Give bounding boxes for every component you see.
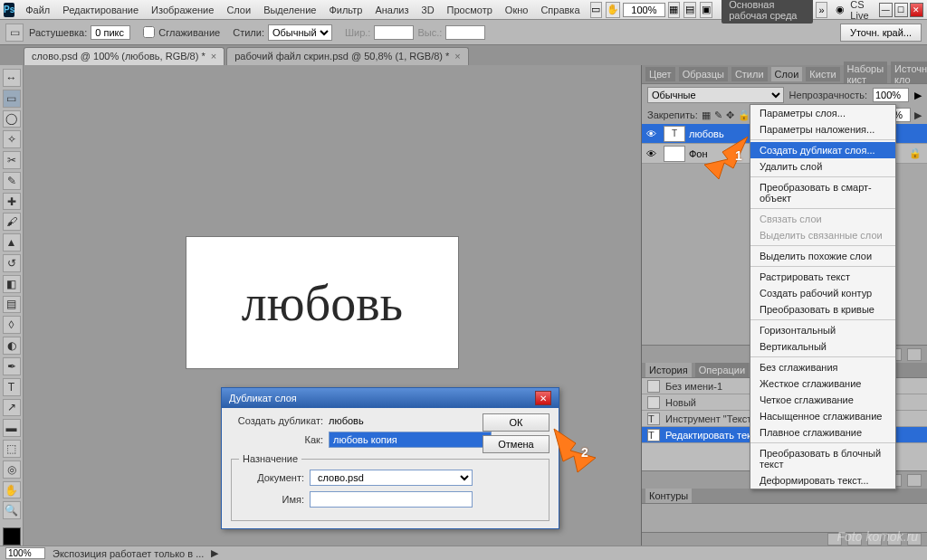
menu-view[interactable]: Просмотр (442, 3, 498, 17)
ctx-item[interactable]: Вертикальный (750, 338, 895, 355)
3d-tool[interactable]: ⬚ (3, 440, 21, 458)
close-icon[interactable]: × (211, 51, 216, 62)
doc-select[interactable]: слово.psd (310, 470, 473, 486)
fg-bg-swatch[interactable] (3, 527, 21, 546)
tab-styles[interactable]: Стили (731, 67, 768, 81)
move-tool[interactable]: ↔ (3, 69, 21, 87)
menu-select[interactable]: Выделение (258, 3, 321, 17)
cslive-label[interactable]: CS Live (850, 0, 873, 21)
menu-help[interactable]: Справка (535, 3, 585, 17)
eraser-tool[interactable]: ◧ (3, 275, 21, 293)
eyedropper-tool[interactable]: ✎ (3, 172, 21, 190)
ctx-item[interactable]: Растрировать текст (750, 269, 895, 285)
shape-tool[interactable]: ▬ (3, 419, 21, 437)
doc-tab-1[interactable]: рабочий файл скрин.psd @ 50,8% (1, RGB/8… (226, 47, 469, 65)
ctx-duplicate-layer[interactable]: Создать дубликат слоя... (750, 142, 895, 158)
status-zoom-input[interactable] (5, 547, 45, 559)
ctx-item[interactable]: Выделить похожие слои (750, 248, 895, 264)
feather-input[interactable] (91, 25, 130, 40)
ctx-item[interactable]: Параметры наложения... (750, 121, 895, 138)
screen-icon[interactable]: ▣ (700, 2, 712, 18)
wand-tool[interactable]: ✧ (3, 130, 21, 148)
ctx-item[interactable]: Деформировать текст... (750, 472, 895, 489)
text-tool[interactable]: T (3, 378, 21, 396)
menu-window[interactable]: Окно (500, 3, 534, 17)
crop-tool[interactable]: ✂ (3, 151, 21, 169)
gradient-tool[interactable]: ▤ (3, 296, 21, 314)
ctx-item[interactable]: Создать рабочий контур (750, 285, 895, 301)
ctx-item[interactable]: Параметры слоя... (750, 105, 895, 121)
tab-color[interactable]: Цвет (645, 67, 675, 81)
zoom-field[interactable]: 100% (623, 3, 664, 17)
doc-tab-0[interactable]: слово.psd @ 100% (любовь, RGB/8) *× (24, 47, 225, 65)
tab-layers[interactable]: Слои (771, 67, 803, 81)
ctx-item[interactable]: Жесткое сглаживание (750, 375, 895, 392)
blur-tool[interactable]: ◊ (3, 316, 21, 334)
cancel-button[interactable]: Отмена (483, 435, 550, 453)
ok-button[interactable]: ОК (483, 413, 550, 432)
eye-icon[interactable]: 👁 (642, 128, 660, 139)
ctx-item[interactable]: Без сглаживания (750, 359, 895, 375)
dialog-titlebar[interactable]: Дубликат слоя ✕ (222, 388, 559, 408)
chevron-right-icon[interactable]: ▶ (211, 547, 218, 559)
hand-tool[interactable]: ✋ (3, 481, 21, 499)
opacity-input[interactable] (873, 88, 909, 102)
ctx-item[interactable]: Преобразовать в кривые (750, 301, 895, 318)
lock-brush-icon[interactable]: ✎ (714, 109, 722, 121)
paths-panel[interactable] (642, 503, 927, 532)
lasso-tool[interactable]: ◯ (3, 110, 21, 128)
eye-icon[interactable]: 👁 (642, 148, 660, 159)
current-tool-icon[interactable]: ▭ (5, 24, 24, 42)
window-close[interactable]: ✕ (910, 3, 923, 17)
ctx-item[interactable]: Горизонтальный (750, 322, 895, 338)
cslive-icon[interactable]: ◉ (836, 4, 845, 15)
3d-cam-tool[interactable]: ◎ (3, 460, 21, 479)
ctx-item[interactable]: Преобразовать в смарт-объект (750, 179, 895, 206)
window-min[interactable]: — (879, 3, 893, 17)
trash-icon[interactable] (907, 474, 922, 487)
history-brush-tool[interactable]: ↺ (3, 254, 21, 272)
tab-brushes[interactable]: Кисти (806, 67, 839, 81)
trash-icon[interactable] (907, 348, 922, 361)
dodge-tool[interactable]: ◐ (3, 337, 21, 355)
ctx-item[interactable]: Четкое сглаживание (750, 392, 895, 408)
tab-paths[interactable]: Контуры (645, 489, 692, 503)
tab-history[interactable]: История (645, 363, 692, 377)
menu-image[interactable]: Изображение (146, 3, 219, 17)
as-input[interactable] (329, 432, 492, 448)
brush-tool[interactable]: 🖌 (3, 213, 21, 231)
tab-swatches[interactable]: Образцы (679, 67, 728, 81)
workspace-switch[interactable]: Основная рабочая среда (722, 0, 812, 24)
menu-file[interactable]: Файл (20, 3, 55, 17)
antialias-check[interactable] (143, 26, 155, 38)
menu-filter[interactable]: Фильтр (323, 3, 368, 17)
ctx-item[interactable]: Преобразовать в блочный текст (750, 445, 895, 472)
tab-actions[interactable]: Операции (695, 363, 749, 377)
mb-icon[interactable]: ▭ (590, 2, 603, 18)
zoom-tool[interactable]: 🔍 (3, 501, 21, 519)
path-tool[interactable]: ↗ (3, 399, 21, 417)
menu-edit[interactable]: Редактирование (57, 3, 144, 17)
menu-3d[interactable]: 3D (416, 3, 440, 17)
hand-icon[interactable]: ✋ (606, 2, 620, 18)
chevron-right-icon[interactable]: ▶ (914, 109, 922, 121)
blend-mode-select[interactable]: Обычные (647, 87, 784, 103)
menu-layers[interactable]: Слои (221, 3, 256, 17)
ctx-item[interactable]: Насыщенное сглаживание (750, 408, 895, 424)
lock-trans-icon[interactable]: ▦ (702, 109, 711, 121)
ctx-item[interactable]: Плавное сглаживание (750, 424, 895, 441)
pen-tool[interactable]: ✒ (3, 357, 21, 375)
doc-icon[interactable]: ▤ (683, 2, 696, 18)
grid-icon[interactable]: ▦ (668, 2, 681, 18)
ctx-item[interactable]: Удалить слой (750, 158, 895, 175)
marquee-tool[interactable]: ▭ (3, 90, 21, 108)
heal-tool[interactable]: ✚ (3, 193, 21, 211)
refine-edge-button[interactable]: Уточн. край... (840, 24, 922, 42)
stamp-tool[interactable]: ▲ (3, 233, 21, 252)
chevron-right-icon[interactable]: ▶ (914, 90, 922, 101)
close-icon[interactable]: × (454, 51, 460, 62)
dialog-close-button[interactable]: ✕ (535, 391, 551, 405)
style-select[interactable]: Обычный (268, 24, 332, 41)
window-max[interactable]: ☐ (894, 3, 908, 17)
lock-all-icon[interactable]: 🔒 (738, 109, 750, 121)
